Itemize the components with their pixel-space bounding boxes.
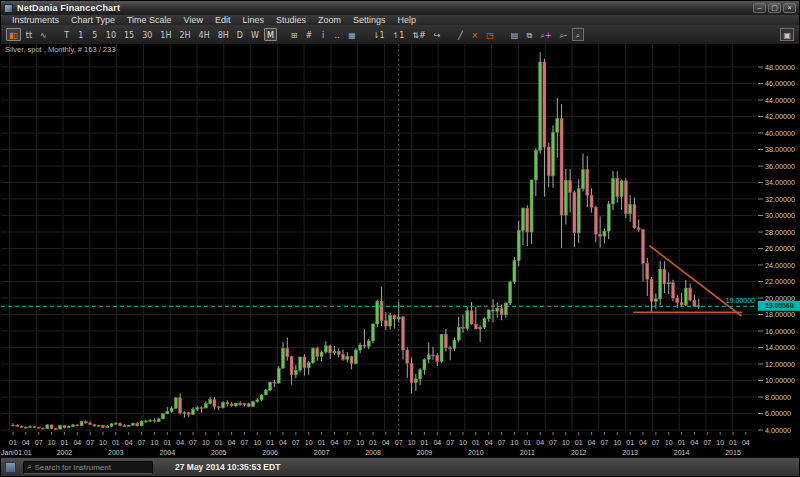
timeframe-2h[interactable]: 2H [176,28,193,41]
timeframe-group: T151015301H2H4H8HDWM [60,28,278,41]
timeframe-month[interactable]: M [264,28,277,41]
svg-text:16.00000: 16.00000 [765,327,795,336]
svg-text:04: 04 [125,439,133,446]
chart-area[interactable]: Silver, spot , Monthly, # 163 / 233 48.0… [1,44,800,459]
svg-text:38.00000: 38.00000 [765,145,795,154]
timeframe-1m[interactable]: 1 [75,28,87,41]
svg-text:10: 10 [511,439,519,446]
crosshair-icon[interactable]: ‥ [331,28,343,41]
close-button[interactable]: × [783,3,796,13]
svg-text:10: 10 [665,439,673,446]
shift-scale-icon[interactable]: ⇅# [409,28,428,41]
svg-text:01: 01 [472,439,480,446]
svg-text:10: 10 [408,439,416,446]
svg-text:07: 07 [86,439,94,446]
menu-item-zoom[interactable]: Zoom [312,15,347,25]
svg-text:07: 07 [601,439,609,446]
print-preview-icon[interactable]: ⧉ [523,28,535,41]
menu-item-edit[interactable]: Edit [209,15,237,25]
svg-text:10.00000: 10.00000 [765,376,795,385]
panel-toggle-icon[interactable]: ▣ [780,28,794,41]
svg-text:04: 04 [433,439,441,446]
timeframe-4h[interactable]: 4H [196,28,213,41]
svg-text:01: 01 [163,439,171,446]
svg-text:04: 04 [382,439,390,446]
timeframe-8h[interactable]: 8H [215,28,232,41]
minimize-button[interactable]: – [753,3,766,13]
svg-text:48.00000: 48.00000 [765,63,795,72]
svg-text:32.00000: 32.00000 [765,195,795,204]
price-label-up-icon[interactable]: ↿1 [390,28,408,41]
timeframe-week[interactable]: W [248,28,262,41]
maximize-button[interactable]: ▢ [768,3,781,13]
svg-text:4.00000: 4.00000 [765,426,791,435]
svg-text:01: 01 [318,439,326,446]
candlestick-chart-icon[interactable]: ▮▯ [6,28,21,41]
trendline-icon[interactable]: ╱ [454,28,466,41]
news-icon[interactable]: ▦ [345,28,359,41]
svg-text:34.00000: 34.00000 [765,178,795,187]
svg-text:10: 10 [562,439,570,446]
svg-text:2002: 2002 [57,449,73,456]
delete-lines-icon[interactable]: × [468,28,481,41]
menu-item-lines[interactable]: Lines [236,15,270,25]
zoom-out-icon[interactable]: ⌕- [556,28,569,41]
svg-text:04: 04 [588,439,596,446]
svg-text:04: 04 [331,439,339,446]
svg-text:07: 07 [549,439,557,446]
svg-text:07: 07 [498,439,506,446]
split-panes-icon[interactable]: ⊞ [288,28,301,41]
svg-text:26.00000: 26.00000 [765,244,795,253]
chart-canvas[interactable]: 48.0000046.0000044.0000042.0000040.00000… [1,44,800,459]
menu-item-help[interactable]: Help [392,15,423,25]
svg-text:07: 07 [138,439,146,446]
menu-item-time-scale[interactable]: Time Scale [121,15,178,25]
menu-item-studies[interactable]: Studies [270,15,312,25]
svg-text:2009: 2009 [417,449,433,456]
tick-chart-icon[interactable]: tt [23,28,35,41]
app-window: NetDania FinanceChart –▢× InstrumentsCha… [0,0,800,477]
timeframe-30m[interactable]: 30 [139,28,155,41]
svg-text:10: 10 [716,439,724,446]
svg-text:22.00000: 22.00000 [765,277,795,286]
svg-text:12.00000: 12.00000 [765,360,795,369]
svg-text:04: 04 [691,439,699,446]
snap-corner-icon[interactable]: ◳ [483,28,497,41]
menu-item-chart-type[interactable]: Chart Type [65,15,121,25]
svg-text:19.05560: 19.05560 [765,302,794,309]
svg-text:28.00000: 28.00000 [765,228,795,237]
svg-text:2007: 2007 [314,449,330,456]
svg-text:07: 07 [395,439,403,446]
timeframe-5m[interactable]: 5 [89,28,101,41]
timeframe-1h[interactable]: 1H [157,28,174,41]
svg-text:2003: 2003 [108,449,124,456]
svg-text:07: 07 [241,439,249,446]
callout-icon[interactable]: ↪ [431,28,444,41]
line-chart-icon[interactable]: ∿ [37,28,50,41]
timeframe-day[interactable]: D [234,28,246,41]
info-icon[interactable]: i [317,28,329,41]
search-input[interactable] [34,463,149,472]
menu-item-instruments[interactable]: Instruments [6,15,65,25]
menu-item-settings[interactable]: Settings [347,15,392,25]
svg-text:2013: 2013 [622,449,638,456]
svg-text:07: 07 [703,439,711,446]
grid-icon[interactable]: # [303,28,316,41]
timeframe-15m[interactable]: 15 [121,28,137,41]
svg-text:04: 04 [73,439,81,446]
svg-text:10: 10 [253,439,261,446]
timeframe-10m[interactable]: 10 [103,28,119,41]
price-label-down-icon[interactable]: ⇂1 [370,28,388,41]
svg-text:36.00000: 36.00000 [765,162,795,171]
svg-text:10: 10 [48,439,56,446]
svg-text:42.00000: 42.00000 [765,112,795,121]
svg-text:18.00000: 18.00000 [765,310,795,319]
print-icon[interactable]: ▤ [508,28,522,41]
svg-text:01: 01 [575,439,583,446]
search-box[interactable]: ⌕ [23,461,153,474]
menu-item-view[interactable]: View [178,15,209,25]
svg-text:46.00000: 46.00000 [765,79,795,88]
zoom-in-icon[interactable]: ⌕+ [537,28,554,41]
zoom-box-icon[interactable]: ⌕ [572,28,584,41]
timeframe-tick[interactable]: T [61,28,73,41]
